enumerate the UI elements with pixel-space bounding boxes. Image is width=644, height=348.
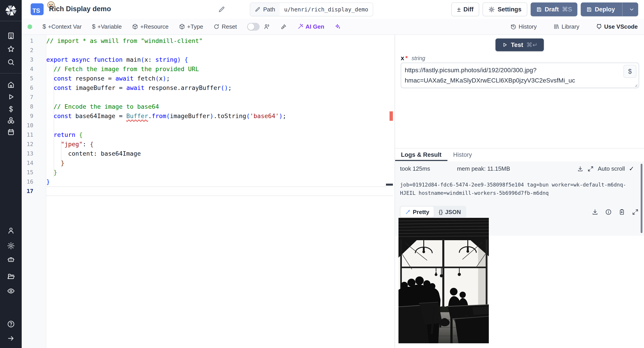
add-variable-button[interactable]: $ +Variable — [92, 23, 122, 30]
tab-history[interactable]: History — [448, 148, 478, 161]
code-line[interactable]: 5 const response = await fetch(x); — [22, 74, 393, 83]
script-path-group[interactable]: Path u/henri/rich_display_demo — [250, 2, 373, 16]
settings-button[interactable]: Settings — [482, 2, 527, 16]
result-view-switch: Pretty {} JSON — [400, 206, 466, 218]
auto-scroll-check-icon[interactable]: ✓ — [629, 165, 634, 172]
sidebar-item-eye[interactable] — [7, 287, 15, 295]
format-code-button[interactable] — [281, 24, 287, 30]
history-button[interactable]: History — [510, 23, 537, 30]
windmill-logo[interactable] — [0, 0, 22, 21]
line-number: 2 — [22, 46, 46, 55]
fullscreen-result-icon[interactable] — [632, 209, 639, 216]
library-button[interactable]: Library — [553, 23, 579, 30]
code-text: // Encode the image to base64 — [46, 102, 393, 112]
sidebar-item-user[interactable] — [7, 226, 15, 235]
code-line[interactable]: 16} — [22, 177, 393, 186]
code-text: } — [46, 158, 393, 168]
insert-variable-button[interactable]: $ — [624, 65, 636, 78]
code-line[interactable]: 6 const imageBuffer = await response.arr… — [22, 83, 393, 92]
download-result-icon[interactable] — [592, 209, 598, 216]
sidebar-item-search[interactable] — [7, 58, 15, 66]
code-line[interactable]: 15 } — [22, 168, 393, 177]
code-line[interactable]: 9 const base64Image = Buffer.from(imageB… — [22, 112, 393, 121]
use-vscode-button[interactable]: Use VScode — [596, 23, 638, 30]
code-line[interactable]: 7 — [22, 92, 393, 102]
add-context-var-button[interactable]: $ +Context Var — [42, 23, 82, 30]
tab-json[interactable]: {} JSON — [434, 207, 466, 218]
play-icon — [502, 42, 508, 48]
sidebar-item-collapse[interactable] — [7, 334, 15, 343]
code-text — [46, 186, 393, 196]
reset-button[interactable]: Reset — [213, 23, 237, 30]
page-title: Rich Display demo — [49, 5, 111, 13]
add-resource-button[interactable]: +Resource — [132, 23, 168, 30]
code-editor[interactable]: 1// import * as wmill from "windmill-cli… — [22, 35, 393, 348]
result-image[interactable] — [398, 218, 489, 343]
result-header: Pretty {} JSON — [400, 206, 639, 218]
deploy-main-button[interactable]: Deploy — [581, 2, 620, 16]
sidebar-item-star[interactable] — [7, 45, 15, 53]
multiplayer-toggle[interactable] — [247, 23, 260, 31]
add-type-button[interactable]: +Type — [179, 23, 203, 30]
package-icon — [179, 24, 185, 30]
code-line[interactable]: 17 — [22, 186, 393, 196]
code-line[interactable]: 13 content: base64Image — [22, 149, 393, 158]
code-text: } — [46, 168, 393, 177]
log-output[interactable]: job=01912d84-fdc6-5474-2ee9-358098f5e104… — [400, 181, 632, 197]
sidebar-item-settings[interactable] — [7, 242, 15, 250]
sidebar-item-help[interactable] — [7, 320, 15, 328]
deploy-dropdown-button[interactable] — [625, 2, 638, 16]
sidebar-item-cubes[interactable] — [7, 116, 15, 125]
test-button[interactable]: Test ⌘↵ — [495, 38, 544, 51]
edit-title-button[interactable] — [218, 6, 225, 13]
line-number: 7 — [22, 92, 46, 102]
line-number: 16 — [22, 177, 46, 186]
cafe-photo — [398, 218, 489, 343]
log-line: HJEIL hostname=windmill-workers-5b6996d7… — [400, 189, 632, 197]
vscode-cat-icon — [596, 24, 602, 30]
draft-button[interactable]: Draft ⌘S — [531, 2, 577, 16]
expand-logs-icon[interactable] — [588, 166, 594, 172]
code-line[interactable]: 1// import * as wmill from "windmill-cli… — [22, 36, 393, 46]
copy-clipboard-icon[interactable] — [618, 209, 625, 216]
resize-handle[interactable] — [634, 83, 638, 88]
ai-sparkles-button[interactable] — [334, 24, 341, 30]
tab-logs-result[interactable]: Logs & Result — [395, 148, 448, 161]
line-number: 14 — [22, 158, 46, 168]
play-icon — [7, 93, 15, 101]
clock-history-icon — [510, 24, 516, 30]
save-icon — [586, 6, 592, 12]
diff-button[interactable]: ± Diff — [451, 2, 479, 16]
sidebar-item-folder[interactable] — [7, 272, 15, 281]
windmill-pinwheel-icon — [4, 4, 18, 17]
sidebar-item-robot[interactable] — [7, 256, 15, 264]
path-value: u/henri/rich_display_demo — [280, 3, 373, 16]
tab-pretty[interactable]: Pretty — [400, 207, 434, 218]
code-line[interactable]: 12 "jpeg": { — [22, 140, 393, 149]
code-line[interactable]: 11 return { — [22, 130, 393, 140]
path-edit-button[interactable]: Path — [250, 3, 280, 16]
sidebar-item-calendar[interactable] — [7, 128, 15, 136]
code-text: export async function main(x: string) { — [46, 55, 393, 64]
code-line[interactable]: 3export async function main(x: string) { — [22, 55, 393, 64]
refresh-icon — [213, 24, 220, 30]
info-icon[interactable] — [605, 209, 612, 216]
ai-gen-button[interactable]: AI Gen — [297, 23, 324, 30]
download-logs-icon[interactable] — [577, 166, 584, 172]
sidebar-item-dollar[interactable] — [7, 105, 15, 114]
sidebar-item-home[interactable] — [7, 80, 15, 89]
argument-input[interactable]: https://fastly.picsum.photos/id/192/200/… — [401, 62, 639, 88]
sidebar-item-play[interactable] — [7, 92, 15, 101]
code-line[interactable]: 8 // Encode the image to base64 — [22, 102, 393, 112]
logs-scrollbar[interactable] — [641, 164, 642, 233]
code-line[interactable]: 4 // Fetch the image from the provided U… — [22, 64, 393, 74]
cubes-icon — [7, 116, 15, 124]
code-line[interactable]: 10 — [22, 121, 393, 130]
deploy-button[interactable]: Deploy — [581, 2, 638, 16]
code-line[interactable]: 14 } — [22, 158, 393, 168]
code-line[interactable]: 2 — [22, 46, 393, 55]
line-number: 10 — [22, 121, 46, 130]
header-bar: TS Rich Display demo Path u/henri/rich_d… — [22, 0, 644, 19]
sidebar-item-building[interactable] — [7, 32, 15, 40]
auto-scroll-label[interactable]: Auto scroll — [598, 165, 625, 172]
